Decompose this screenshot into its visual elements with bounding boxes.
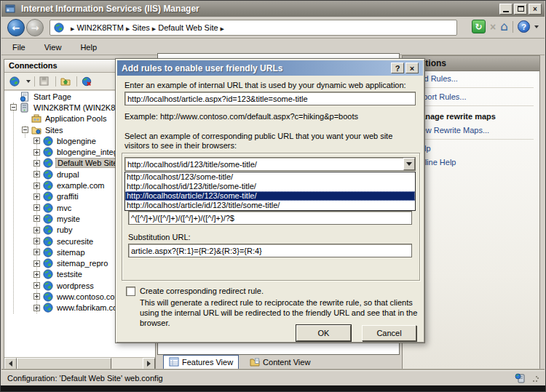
tree-item-label: sitemap_repro (55, 259, 109, 268)
expander-plus-icon[interactable] (33, 160, 40, 167)
expander-plus-icon[interactable] (33, 193, 40, 200)
site-icon (42, 147, 53, 158)
tree-item-label: ruby (55, 225, 74, 234)
menu-file[interactable]: File (12, 43, 25, 52)
combobox-dropdown-icon[interactable] (403, 158, 415, 170)
save-connections-icon (39, 76, 50, 87)
window-titlebar: Internet Information Services (IIS) Mana… (1, 1, 545, 17)
scroll-right-icon[interactable] (143, 358, 155, 369)
scrollbar-thumb[interactable] (17, 358, 111, 369)
status-text: Configuration: 'Default Web Site' web.co… (7, 374, 515, 383)
menu-view[interactable]: View (44, 43, 62, 52)
tree-item-label: WIN2K8RTM (WIN2K8RT (32, 103, 127, 112)
public-url-label: Select an example of corresponding publi… (124, 132, 417, 151)
breadcrumb-items: ▶WIN2K8RTM▶Sites▶Default Web Site▶ (69, 23, 226, 32)
dialog-help-button[interactable]: ? (391, 63, 404, 73)
folder-up-icon[interactable] (60, 76, 71, 87)
tree-item-label: wordpress (55, 281, 95, 290)
tree-item-label: mysite (55, 215, 82, 223)
internal-url-input[interactable] (124, 92, 416, 105)
expander-plus-icon[interactable] (33, 271, 40, 278)
create-connection-icon[interactable] (9, 76, 20, 87)
tree-horizontal-scrollbar[interactable] (4, 357, 155, 369)
tab-features-view[interactable]: Features View (163, 355, 239, 369)
site-icon (42, 202, 53, 213)
pattern-input[interactable] (128, 211, 412, 225)
substitution-url-input[interactable] (128, 244, 412, 257)
expander-minus-icon[interactable] (10, 104, 17, 111)
tree-item-label: sitemap (55, 248, 87, 257)
tree-item-label: example.com (55, 181, 106, 190)
expander-plus-icon[interactable] (33, 183, 40, 189)
public-url-dropdown-list: http://localhost/123/some-title/http://l… (124, 172, 416, 211)
home-icon[interactable]: ⌂ (500, 20, 508, 33)
ok-button[interactable]: OK (296, 325, 351, 341)
app-pools-icon (31, 113, 41, 124)
tree-item-label: blogengine (55, 137, 98, 145)
site-icon (42, 135, 53, 146)
scroll-left-icon[interactable] (4, 358, 17, 369)
expander-plus-icon[interactable] (33, 215, 40, 222)
create-connection-dropdown-icon[interactable] (26, 80, 31, 83)
expander-plus-icon[interactable] (33, 305, 40, 311)
dropdown-option-1[interactable]: http://localhost/id/123/title/some-title… (125, 182, 415, 191)
help-icon[interactable]: ? (518, 20, 530, 33)
tree-item-label: testsite (55, 270, 84, 279)
help-dropdown-icon[interactable] (534, 25, 539, 28)
expander-plus-icon[interactable] (33, 227, 40, 233)
dialog-close-button[interactable]: × (405, 63, 419, 73)
tree-item-label: Application Pools (44, 114, 108, 123)
maximize-button[interactable] (514, 4, 527, 15)
breadcrumb-arrow-icon: ▶ (152, 26, 156, 32)
close-button[interactable]: × (529, 4, 542, 15)
breadcrumb-sites[interactable]: Sites (131, 23, 150, 32)
tab-content-view[interactable]: Content View (245, 355, 315, 369)
toolbar-divider (55, 76, 56, 87)
site-icon (42, 258, 53, 269)
actions-separator (408, 139, 534, 140)
breadcrumb-default-web-site[interactable]: Default Web Site (157, 23, 218, 32)
tab-label: Features View (182, 358, 233, 367)
tree-item-label: www.contoso.com (55, 292, 123, 301)
expander-plus-icon[interactable] (33, 204, 40, 211)
expander-plus-icon[interactable] (33, 171, 40, 177)
expander-plus-icon[interactable] (33, 260, 40, 267)
resize-grip[interactable] (532, 375, 539, 382)
breadcrumb-win2k8rtm[interactable]: WIN2K8RTM (76, 23, 124, 32)
tree-item-label: graffiti (55, 192, 80, 201)
expander-plus-icon[interactable] (33, 249, 40, 255)
back-button[interactable]: ← (7, 19, 25, 36)
minimize-button[interactable] (499, 4, 513, 15)
sites-icon (31, 124, 41, 135)
delete-connection-icon[interactable] (81, 76, 92, 87)
expander-plus-icon[interactable] (33, 137, 40, 144)
add-rules-dialog: Add rules to enable user friendly URLs ?… (115, 58, 425, 343)
expander-plus-icon[interactable] (33, 293, 40, 300)
public-url-combobox[interactable] (124, 157, 416, 171)
address-toolbar: ← → ▶WIN2K8RTM▶Sites▶Default Web Site▶ ↻… (1, 17, 545, 39)
server-status-icon (515, 373, 526, 384)
site-icon (42, 225, 53, 236)
dropdown-option-3[interactable]: http://localhost/article/id/123/title/so… (125, 201, 415, 210)
tree-item-label: securesite (55, 237, 95, 246)
dropdown-option-2[interactable]: http://localhost/article/123/some-title/ (125, 191, 415, 201)
breadcrumb[interactable]: ▶WIN2K8RTM▶Sites▶Default Web Site▶ (50, 20, 457, 36)
site-icon (42, 158, 53, 169)
tree-item-label: blogengine_integ (55, 148, 119, 156)
tree-guide-line (13, 103, 14, 313)
site-icon (42, 180, 53, 191)
dropdown-option-0[interactable]: http://localhost/123/some-title/ (125, 172, 415, 182)
dialog-titlebar: Add rules to enable user friendly URLs ?… (117, 60, 423, 76)
site-icon (42, 303, 53, 313)
refresh-icon[interactable]: ↻ (472, 20, 486, 33)
menu-help[interactable]: Help (80, 43, 97, 52)
forward-button[interactable]: → (26, 19, 44, 36)
cancel-button[interactable]: Cancel (362, 325, 416, 341)
tree-item-label: Sites (44, 126, 64, 135)
expander-minus-icon[interactable] (22, 127, 28, 133)
redirect-rule-checkbox[interactable] (126, 287, 135, 296)
expander-plus-icon[interactable] (33, 149, 40, 156)
expander-plus-icon[interactable] (33, 282, 40, 289)
expander-plus-icon[interactable] (33, 238, 40, 244)
tree-item-label: Default Web Site (55, 158, 119, 168)
